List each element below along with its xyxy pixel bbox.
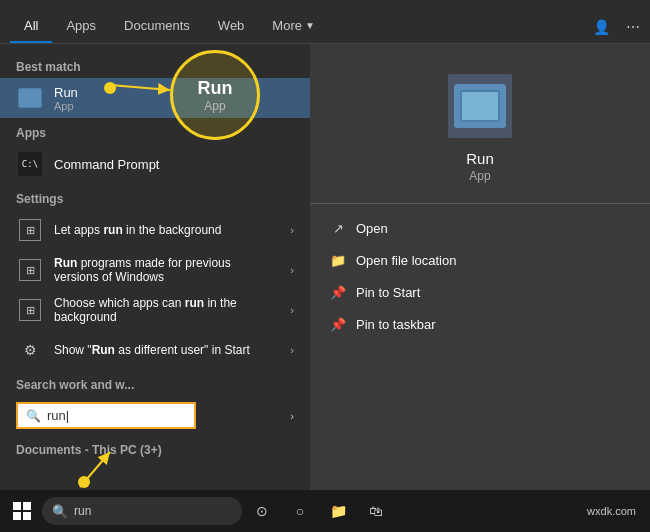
taskbar-search-box[interactable]: 🔍 run [42,497,242,525]
task-view-button[interactable]: ⊙ [244,493,280,529]
context-pin-start[interactable]: 📌 Pin to Start [310,276,650,308]
context-pin-taskbar[interactable]: 📌 Pin to taskbar [310,308,650,340]
content-area: Best match Run App Apps C:\ [0,44,650,490]
pin-taskbar-icon: 📌 [330,316,346,332]
setting-different-user[interactable]: ⚙ Show "Run as different user" in Start … [0,330,310,370]
pin-taskbar-label: Pin to taskbar [356,317,436,332]
setting-label-2: Run programs made for previousversions o… [54,256,231,284]
taskbar: 🔍 run ⊙ ○ 📁 🛍 wxdk.com [0,490,650,532]
svg-rect-2 [13,502,21,510]
setting-prev-programs[interactable]: ⊞ Run programs made for previousversions… [0,250,310,290]
apps-section-label: Apps [0,118,310,144]
search-work-label: Search work and w... [0,370,310,396]
run-result-text: Run App [54,85,78,112]
highlight-content: Run App [198,78,233,113]
search-work-item[interactable]: 🔍 › [0,396,310,435]
pin-start-icon: 📌 [330,284,346,300]
highlight-app-name: Run [198,78,233,99]
setting-icon-1: ⊞ [16,216,44,244]
run-detail-graphic [454,84,506,128]
run-app-icon [16,84,44,112]
run-highlight-circle: Run App [170,50,260,140]
context-open[interactable]: ↗ Open [310,212,650,244]
folder-taskbar-icon: 📁 [330,503,347,519]
context-open-file-location[interactable]: 📁 Open file location [310,244,650,276]
open-label: Open [356,221,388,236]
app-detail-icon [448,74,512,138]
search-arrow: › [290,410,294,422]
setting-label-1: Let apps run in the background [54,223,221,237]
settings-section-label: Settings [0,184,310,210]
run-item-dot [104,82,116,94]
cmd-app-icon: C:\ [16,150,44,178]
search-icon-inline: 🔍 [26,409,41,423]
setting-icon-4: ⚙ [16,336,44,364]
cmd-app-name: Command Prompt [54,157,159,172]
search-inline-input[interactable] [47,408,167,423]
context-menu: ↗ Open 📁 Open file location 📌 Pin to Sta… [310,204,650,348]
taskbar-watermark: wxdk.com [587,505,646,517]
pin-start-label: Pin to Start [356,285,420,300]
arrow-icon-3: › [290,304,294,316]
svg-rect-5 [23,512,31,520]
tab-documents[interactable]: Documents [110,8,204,43]
setting-choose-apps[interactable]: ⊞ Choose which apps can run in thebackgr… [0,290,310,330]
setting-icon-3: ⊞ [16,296,44,324]
tab-all[interactable]: All [10,8,52,43]
svg-rect-4 [13,512,21,520]
task-view-icon: ⊙ [256,503,268,519]
svg-rect-3 [23,502,31,510]
arrow-icon-2: › [290,264,294,276]
taskbar-search-text: run [74,504,91,518]
setting-icon-2: ⊞ [16,256,44,284]
setting-bg-apps[interactable]: ⊞ Let apps run in the background › [0,210,310,250]
start-menu: All Apps Documents Web More ▼ 👤 ⋯ Best m… [0,0,650,490]
run-app-type: App [54,100,78,112]
open-icon: ↗ [330,220,346,236]
command-prompt-item[interactable]: C:\ Command Prompt [0,144,310,184]
more-options-icon[interactable]: ⋯ [626,19,640,35]
store-icon: 🛍 [369,503,383,519]
run-app-name: Run [54,85,78,100]
folder-icon: 📁 [330,252,346,268]
cortana-button[interactable]: ○ [282,493,318,529]
right-panel: Run App ↗ Open 📁 Open file location 📌 Pi… [310,44,650,490]
app-detail-type: App [469,169,490,183]
arrow-icon-4: › [290,344,294,356]
setting-label-3: Choose which apps can run in thebackgrou… [54,296,237,324]
search-person-icon[interactable]: 👤 [593,19,610,35]
app-detail-name: Run [466,150,494,167]
left-panel: Best match Run App Apps C:\ [0,44,310,490]
taskbar-icons: ⊙ ○ 📁 🛍 [244,493,394,529]
cmd-result-text: Command Prompt [54,157,159,172]
highlight-app-type: App [198,99,233,113]
tab-bar: All Apps Documents Web More ▼ 👤 ⋯ [0,0,650,44]
chevron-down-icon: ▼ [305,20,315,31]
arrow-icon-1: › [290,224,294,236]
setting-label-4: Show "Run as different user" in Start [54,343,250,357]
run-result-item[interactable]: Run App [0,78,310,118]
start-button[interactable] [4,493,40,529]
open-file-location-label: Open file location [356,253,456,268]
tab-web[interactable]: Web [204,8,259,43]
store-button[interactable]: 🛍 [358,493,394,529]
tab-apps[interactable]: Apps [52,8,110,43]
app-detail-section: Run App [310,44,650,204]
taskbar-search-dot [78,476,90,488]
taskbar-search-icon: 🔍 [52,504,68,519]
search-inline-box[interactable]: 🔍 [16,402,196,429]
best-match-label: Best match [0,52,310,78]
cortana-icon: ○ [296,503,304,519]
windows-icon [13,502,31,520]
tab-more[interactable]: More ▼ [258,8,329,43]
documents-label: Documents - This PC (3+) [0,435,310,461]
file-explorer-button[interactable]: 📁 [320,493,356,529]
